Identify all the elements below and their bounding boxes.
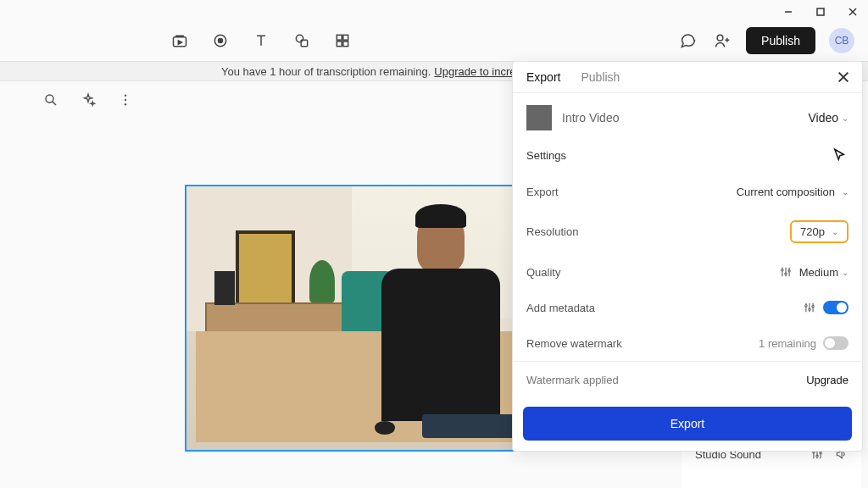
svg-point-13 [717, 35, 723, 41]
window-controls [780, 3, 861, 20]
resolution-row: Resolution 720p⌄ [513, 209, 862, 254]
svg-point-36 [805, 305, 807, 307]
export-button[interactable]: Export [523, 407, 852, 441]
export-panel-tabs: Export Publish [513, 62, 862, 93]
more-icon[interactable] [115, 90, 136, 110]
window-minimize[interactable] [780, 3, 797, 20]
svg-point-6 [219, 39, 223, 43]
svg-point-16 [125, 95, 126, 97]
svg-rect-11 [337, 42, 342, 47]
export-scope-label: Export [526, 186, 559, 198]
export-panel: Export Publish Intro Video Video⌄ Settin… [512, 61, 863, 452]
quality-label: Quality [526, 266, 560, 279]
svg-point-17 [125, 99, 126, 101]
svg-point-30 [782, 269, 783, 271]
remove-watermark-label: Remove watermark [526, 337, 622, 350]
resolution-dropdown[interactable]: 720p⌄ [790, 220, 849, 243]
watermark-applied-row: Watermark applied Upgrade [513, 361, 862, 398]
metadata-toggle[interactable] [823, 301, 849, 314]
svg-point-14 [46, 95, 53, 103]
file-type-dropdown[interactable]: Video⌄ [808, 111, 849, 125]
sparkle-icon[interactable] [78, 90, 98, 110]
avatar[interactable]: CB [829, 28, 854, 53]
window-close[interactable] [844, 3, 861, 20]
close-icon[interactable] [837, 70, 850, 87]
banner-text: You have 1 hour of transcription remaini… [221, 65, 431, 78]
svg-point-38 [812, 306, 814, 308]
watermark-toggle[interactable] [823, 336, 849, 350]
comment-icon[interactable] [678, 30, 698, 51]
metadata-row: Add metadata [513, 290, 862, 325]
resolution-label: Resolution [526, 225, 578, 238]
media-library-icon[interactable] [170, 30, 190, 51]
templates-icon[interactable] [332, 30, 353, 51]
export-file-row: Intro Video Video⌄ [513, 93, 862, 142]
topbar-right: Publish CB [678, 27, 854, 54]
svg-point-32 [788, 270, 790, 272]
upgrade-link[interactable]: Upgrade [806, 374, 849, 386]
svg-point-23 [816, 455, 818, 457]
svg-rect-9 [337, 35, 342, 40]
sliders-icon[interactable] [803, 301, 816, 314]
remove-watermark-row: Remove watermark 1 remaining [513, 325, 862, 361]
svg-rect-10 [343, 35, 348, 40]
sliders-icon[interactable] [779, 265, 793, 279]
search-icon[interactable] [41, 90, 61, 110]
settings-header: Settings [526, 149, 566, 162]
svg-point-7 [296, 35, 303, 42]
quality-dropdown[interactable]: Medium⌄ [799, 266, 849, 279]
window-maximize[interactable] [812, 3, 829, 20]
chevron-down-icon: ⌄ [842, 187, 849, 197]
svg-point-18 [125, 103, 126, 105]
svg-line-15 [53, 102, 56, 105]
svg-point-31 [785, 273, 787, 274]
watermark-remaining: 1 remaining [759, 337, 816, 350]
chevron-down-icon: ⌄ [842, 268, 849, 277]
topbar-center-tools [170, 30, 353, 51]
quality-row: Quality Medium⌄ [513, 254, 862, 290]
left-tools [41, 90, 136, 110]
chevron-down-icon: ⌄ [832, 227, 838, 236]
publish-button[interactable]: Publish [746, 27, 815, 54]
svg-point-37 [809, 308, 810, 310]
shapes-icon[interactable] [292, 30, 312, 51]
export-scope-dropdown[interactable]: Current composition⌄ [737, 186, 849, 198]
tab-publish[interactable]: Publish [581, 70, 620, 84]
record-icon[interactable] [210, 30, 231, 51]
watermark-applied-label: Watermark applied [526, 374, 619, 386]
svg-point-24 [820, 452, 821, 454]
chevron-down-icon: ⌄ [842, 114, 849, 123]
cursor-icon [830, 146, 849, 164]
metadata-label: Add metadata [526, 302, 595, 314]
file-thumbnail [526, 105, 552, 130]
tab-export[interactable]: Export [526, 70, 560, 84]
export-scope-row: Export Current composition⌄ [513, 175, 862, 209]
topbar: Publish CB [0, 24, 868, 58]
svg-rect-12 [343, 42, 348, 47]
add-user-icon[interactable] [712, 30, 732, 51]
svg-rect-1 [817, 8, 824, 15]
text-icon[interactable] [251, 30, 271, 51]
file-name: Intro Video [562, 111, 798, 125]
